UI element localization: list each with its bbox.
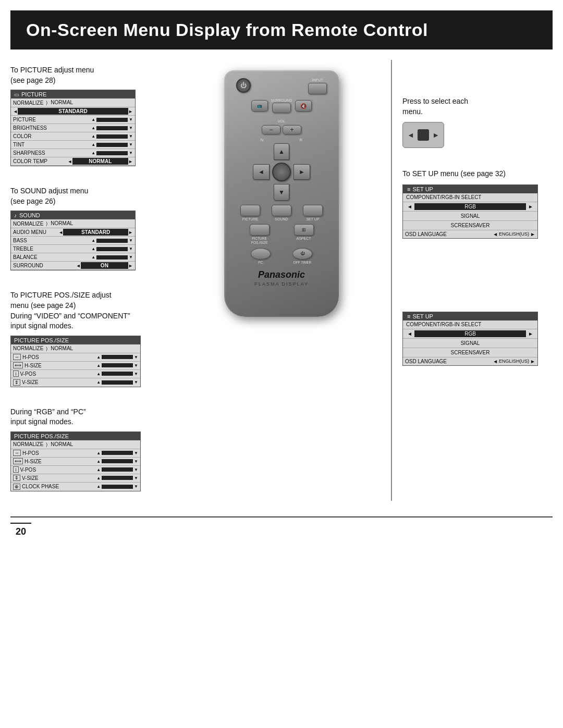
picture-menu-box: ▭ PICTURE NORMALIZE ）NORMAL ◄ STANDARD ► — [10, 90, 136, 166]
dpad-up[interactable]: ▲ — [274, 143, 289, 160]
setup-lower-section: ≡ SET UP COMPONENT/RGB-IN SELECT ◄ RGB ►… — [402, 312, 553, 366]
power-button[interactable]: ⏻ — [236, 78, 251, 93]
picpos-menu-box: PICTURE POS./SIZE NORMALIZE ）NORMAL ↔ H-… — [10, 336, 141, 387]
picture-menu-row: ◄ STANDARD ► — [11, 107, 135, 116]
left-column: To PICTURE adjust menu (see page 28) ▭ P… — [10, 60, 172, 501]
osd-language-row-upper: OSD LANGUAGE ◄ ENGLISH(US) ► — [403, 230, 537, 238]
picpos2-section: During “RGB” and “PC” input signal modes… — [10, 407, 172, 491]
component-rgb-row-upper: COMPONENT/RGB-IN SELECT — [403, 193, 537, 202]
vpos-row: ↕ V-POS ▲ ▼ — [11, 370, 140, 378]
tv-av-button[interactable]: 📺 — [251, 100, 268, 112]
picture-btn-label: PICTURE — [242, 217, 259, 221]
picpos2-label: During “RGB” and “PC” input signal modes… — [10, 407, 172, 427]
dpad-container: ▲ ▼ ◄ ► — [253, 143, 310, 201]
normalize-row-picpos: NORMALIZE ）NORMAL — [11, 344, 140, 353]
picture-icon: ▭ — [14, 92, 19, 97]
vol-minus-button[interactable]: − — [262, 125, 280, 134]
sound-btn-label: SOUND — [275, 217, 288, 221]
normalize-row-picture: NORMALIZE ）NORMAL — [11, 98, 135, 107]
aspect-btn-label: ASPECT — [296, 237, 311, 240]
press-select-text: Press to select each menu. — [402, 96, 553, 117]
r-label: R — [300, 138, 303, 142]
dpad-left[interactable]: ◄ — [253, 164, 270, 180]
picture-button[interactable] — [240, 205, 260, 216]
picture-label: To PICTURE adjust menu (see page 28) — [10, 65, 172, 85]
picpos-menu-header: PICTURE POS./SIZE — [11, 336, 140, 344]
product-label: PLASMA DISPLAY — [232, 281, 331, 287]
input-button[interactable] — [308, 83, 327, 94]
right-arrow-icon: ► — [432, 131, 439, 139]
setup-label: To SET UP menu (see page 32) — [402, 169, 553, 179]
normalize-row-picpos2: NORMALIZE ）NORMAL — [11, 440, 140, 449]
left-arrow-icon: ◄ — [407, 131, 414, 139]
hsize2-row: ⟺ H-SIZE ▲ ▼ — [11, 458, 140, 466]
surround-button[interactable] — [272, 103, 291, 113]
aspect-button[interactable]: ⊞ — [294, 224, 314, 236]
color-row: COLOR ▲ ▼ — [11, 132, 135, 141]
dpad-right[interactable]: ► — [293, 164, 310, 180]
sound-menu-header: ♪ SOUND — [11, 211, 135, 219]
right-column: Press to select each menu. ◄ ► To SET UP… — [391, 60, 553, 501]
setup-section-label: To SET UP menu (see page 32) — [402, 169, 553, 179]
setup-icon-lower: ≡ — [407, 313, 410, 319]
setup-icon-upper: ≡ — [407, 186, 410, 192]
picture-row: PICTURE ▲ ▼ — [11, 116, 135, 124]
direction-widget: ◄ ► — [402, 122, 444, 148]
tint-row: TINT ▲ ▼ — [11, 141, 135, 149]
picture-section: To PICTURE adjust menu (see page 28) ▭ P… — [10, 65, 172, 166]
sharpness-row: SHARPNESS ▲ ▼ — [11, 149, 135, 157]
rgb-select-row-upper: ◄ RGB ► — [403, 202, 537, 212]
picpos2-menu-box: PICTURE POS./SIZE NORMALIZE ）NORMAL ↔ H-… — [10, 431, 141, 491]
sound-button[interactable] — [272, 205, 291, 216]
screensaver-row-lower: SCREENSAVER — [403, 348, 537, 357]
n-label: N — [261, 138, 264, 142]
vol-plus-button[interactable]: + — [283, 125, 301, 134]
picpos-section: To PICTURE POS./SIZE adjust menu (see pa… — [10, 290, 172, 387]
sound-section: To SOUND adjust menu (see page 26) ♪ SOU… — [10, 186, 172, 270]
dpad-down[interactable]: ▼ — [274, 184, 289, 201]
setup-btn-label: SET UP — [306, 217, 319, 221]
color-temp-row: COLOR TEMP ◄ NORMAL ► — [11, 157, 135, 166]
picture-pos-label: PICTUREPOS./SIZE — [251, 237, 268, 245]
mute-button[interactable]: 🔇 — [295, 100, 312, 112]
signal-row-upper: SIGNAL — [403, 212, 537, 221]
dpad-center[interactable] — [272, 163, 291, 181]
center-select — [418, 129, 429, 141]
treble-row: TREBLE ▲ ▼ — [11, 245, 135, 253]
page-header: On-Screen Menu Display from Remote Contr… — [10, 10, 553, 50]
vsize2-row: ⇕ V-SIZE ▲ ▼ — [11, 474, 140, 483]
remote-control: ⏻ INPUT 📺 SURROUND — [224, 70, 339, 317]
main-content: To PICTURE adjust menu (see page 28) ▭ P… — [0, 50, 563, 501]
vsize-row: ⇕ V-SIZE ▲ ▼ — [11, 378, 140, 387]
press-select-section: Press to select each menu. ◄ ► — [402, 96, 553, 148]
setup-menu-header-upper: ≡ SET UP — [403, 185, 537, 193]
picture-menu-header: ▭ PICTURE — [11, 90, 135, 98]
brand-logo: Panasonic — [232, 269, 331, 280]
setup-menu-box-lower: ≡ SET UP COMPONENT/RGB-IN SELECT ◄ RGB ►… — [402, 312, 538, 366]
setup-button[interactable] — [303, 205, 323, 216]
bass-row: BASS ▲ ▼ — [11, 237, 135, 245]
off-timer-button[interactable]: ⏻ — [292, 248, 312, 260]
sound-label: To SOUND adjust menu (see page 26) — [10, 186, 172, 206]
brightness-row: BRIGHTNESS ▲ ▼ — [11, 124, 135, 132]
component-rgb-row-lower: COMPONENT/RGB-IN SELECT — [403, 320, 537, 329]
surround-row: SURROUND ◄ ON ► — [11, 262, 135, 270]
pc-button[interactable] — [251, 248, 271, 260]
osd-language-row-lower: OSD LANGUAGE ◄ ENGLISH(US) ► — [403, 357, 537, 365]
picpos-label: To PICTURE POS./SIZE adjust menu (see pa… — [10, 290, 172, 331]
hpos2-row: ↔ H-POS ▲ ▼ — [11, 449, 140, 458]
audio-menu-row: AUDIO MENU ◄ STANDARD ► — [11, 228, 135, 237]
setup-menu-header-lower: ≡ SET UP — [403, 312, 537, 320]
signal-row-lower: SIGNAL — [403, 339, 537, 348]
normalize-row-sound: NORMALIZE ）NORMAL — [11, 219, 135, 228]
hsize-row: ⟺ H-SIZE ▲ ▼ — [11, 362, 140, 370]
picture-pos-button[interactable] — [250, 224, 270, 236]
sound-menu-box: ♪ SOUND NORMALIZE ）NORMAL AUDIO MENU ◄ S… — [10, 211, 136, 270]
input-label: INPUT — [312, 78, 323, 82]
page-title: On-Screen Menu Display from Remote Contr… — [26, 20, 537, 40]
vpos2-row: ↕ V-POS ▲ ▼ — [11, 466, 140, 474]
page-number: 20 — [10, 523, 31, 537]
screensaver-row-upper: SCREENSAVER — [403, 221, 537, 230]
hpos-row: ↔ H-POS ▲ ▼ — [11, 353, 140, 362]
vol-label: VOL — [278, 119, 285, 123]
